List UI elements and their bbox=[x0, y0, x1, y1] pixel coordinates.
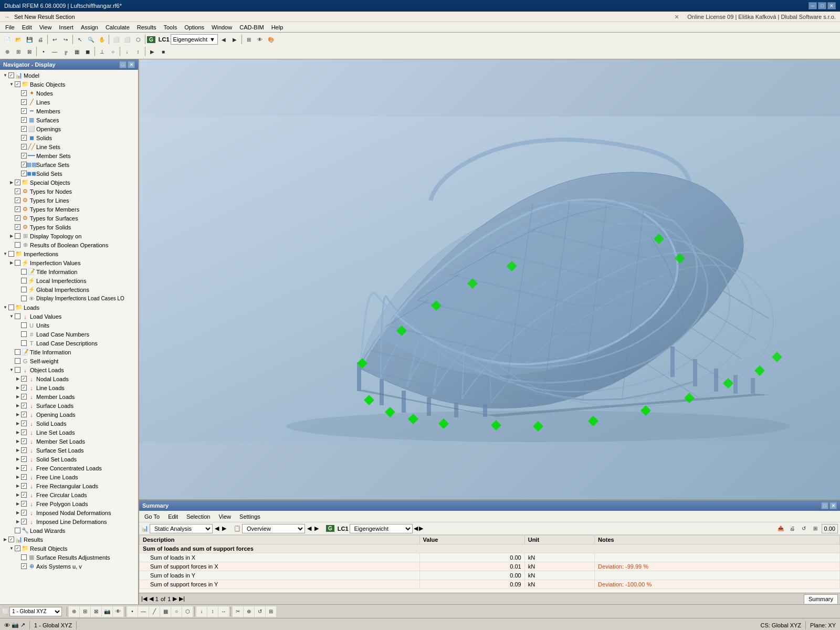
cb-title-info-imp[interactable] bbox=[21, 269, 27, 275]
tree-item-surface-loads[interactable]: ▶ ↓ Surface Loads bbox=[0, 401, 138, 410]
display-toggle-btn[interactable]: 👁 bbox=[113, 606, 123, 617]
tree-item-imperfection-values[interactable]: ▶ ⚡ Imperfection Values bbox=[0, 258, 138, 267]
cb-line-loads[interactable] bbox=[21, 385, 27, 391]
cb-nodes[interactable] bbox=[21, 90, 27, 96]
tree-item-types-members[interactable]: ▶ ⚙ Types for Members bbox=[0, 205, 138, 214]
draw-btn-6[interactable]: ⬡ bbox=[182, 606, 193, 617]
summary-settings-btn[interactable]: Settings bbox=[237, 512, 262, 521]
tree-item-loads[interactable]: ▼ 📁 Loads bbox=[0, 303, 138, 312]
tree-item-opening-loads[interactable]: ▶ ↓ Opening Loads bbox=[0, 410, 138, 419]
summary-refresh-btn[interactable]: ↺ bbox=[799, 523, 809, 534]
cb-member-sets[interactable] bbox=[21, 153, 27, 159]
tree-item-types-nodes[interactable]: ▶ ⚙ Types for Nodes bbox=[0, 187, 138, 196]
tree-item-solid-sets[interactable]: ▶ ◼◼ Solid Sets bbox=[0, 169, 138, 178]
cb-free-polygon[interactable] bbox=[21, 501, 27, 507]
tree-item-line-loads[interactable]: ▶ ↓ Line Loads bbox=[0, 383, 138, 392]
cb-types-nodes[interactable] bbox=[15, 188, 20, 194]
tree-item-nodal-loads[interactable]: ▶ ↓ Nodal Loads bbox=[0, 374, 138, 383]
cb-surface-results-adj[interactable] bbox=[21, 554, 27, 560]
menu-tools[interactable]: Tools bbox=[160, 23, 180, 32]
cb-surface-set-loads[interactable] bbox=[21, 447, 27, 453]
toggle-imperfections[interactable]: ▼ bbox=[2, 251, 8, 257]
cb-local-imperfections[interactable] bbox=[21, 278, 27, 284]
toggle-object-loads[interactable]: ▼ bbox=[8, 367, 15, 373]
cb-lc-descriptions[interactable] bbox=[21, 340, 27, 346]
tree-item-member-set-loads[interactable]: ▶ ↓ Member Set Loads bbox=[0, 437, 138, 446]
tool-btn-2[interactable]: ⊕ bbox=[244, 606, 254, 617]
analysis-type-dropdown[interactable]: Static Analysis bbox=[150, 524, 213, 533]
tree-item-imposed-line[interactable]: ▶ ↓ Imposed Line Deformations bbox=[0, 517, 138, 526]
cam-btn[interactable]: 📷 bbox=[102, 606, 112, 617]
draw-btn-2[interactable]: — bbox=[138, 606, 149, 617]
cb-imposed-line[interactable] bbox=[21, 519, 27, 524]
cb-load-values[interactable] bbox=[15, 313, 20, 319]
lc-summary-dropdown[interactable]: Eigengewicht bbox=[350, 524, 413, 533]
cb-object-loads[interactable] bbox=[15, 367, 20, 373]
summary-tab[interactable]: Summary bbox=[804, 594, 838, 604]
tree-item-line-sets[interactable]: ▶ ╱╱ Line Sets bbox=[0, 142, 138, 151]
tree-item-load-wizards[interactable]: ▶ 🔧 Load Wizards bbox=[0, 526, 138, 535]
view-selector[interactable]: ⬜ 1 - Global XYZ bbox=[2, 607, 65, 616]
result-view-dropdown[interactable]: Overview bbox=[242, 524, 305, 533]
close-btn[interactable]: ✕ bbox=[827, 2, 836, 9]
menu-file[interactable]: File bbox=[2, 23, 18, 32]
navigator-header-buttons[interactable]: □ ✕ bbox=[119, 61, 135, 68]
cb-results[interactable] bbox=[8, 537, 14, 542]
load-combo-btn[interactable]: ↕ bbox=[133, 46, 143, 57]
tree-item-member-sets[interactable]: ▶ ━━ Member Sets bbox=[0, 151, 138, 160]
cb-types-lines[interactable] bbox=[15, 197, 20, 203]
calc-btn[interactable]: ▶ bbox=[147, 46, 158, 57]
cb-self-weight[interactable] bbox=[15, 358, 20, 364]
cb-surface-loads[interactable] bbox=[21, 403, 27, 408]
nav-detach-btn[interactable]: □ bbox=[119, 61, 127, 68]
tree-item-results-boolean[interactable]: ▶ ⊕ Results of Boolean Operations bbox=[0, 240, 138, 249]
zoom-btn[interactable]: 🔍 bbox=[86, 34, 96, 45]
prev-lc-btn[interactable]: ◀ bbox=[218, 34, 229, 45]
grid-btn[interactable]: ⊞ bbox=[13, 46, 24, 57]
analysis-next-btn[interactable]: ▶ bbox=[221, 525, 227, 532]
tree-item-types-solids[interactable]: ▶ ⚙ Types for Solids bbox=[0, 223, 138, 232]
menu-calculate[interactable]: Calculate bbox=[102, 23, 133, 32]
tree-item-axis-systems[interactable]: ▶ ⊕ Axis Systems u, v bbox=[0, 562, 138, 571]
cb-axis-systems[interactable] bbox=[21, 563, 27, 569]
tree-item-members[interactable]: ▶ ━ Members bbox=[0, 107, 138, 116]
cb-types-surfaces[interactable] bbox=[15, 215, 20, 221]
cb-surfaces[interactable] bbox=[21, 117, 27, 123]
cb-solid-set-loads[interactable] bbox=[21, 456, 27, 462]
tree-item-types-surfaces[interactable]: ▶ ⚙ Types for Surfaces bbox=[0, 214, 138, 223]
load-btn-1[interactable]: ↓ bbox=[196, 606, 207, 617]
cb-free-line-loads[interactable] bbox=[21, 474, 27, 480]
cb-openings[interactable] bbox=[21, 126, 27, 132]
tool-btn-4[interactable]: ⊞ bbox=[266, 606, 276, 617]
cb-member-set-loads[interactable] bbox=[21, 438, 27, 444]
tree-item-title-info-loads[interactable]: ▶ 📝 Title Information bbox=[0, 348, 138, 356]
analysis-type-control[interactable]: 📊 Static Analysis ◀ ▶ bbox=[141, 524, 227, 533]
lc-summary-control[interactable]: G LC1 Eigengewicht ◀ ▶ bbox=[326, 524, 423, 533]
minimize-btn[interactable]: ─ bbox=[808, 2, 817, 9]
cb-load-wizards[interactable] bbox=[15, 528, 20, 533]
toggle-nodal-loads[interactable]: ▶ bbox=[15, 376, 21, 382]
cb-free-concentrated[interactable] bbox=[21, 465, 27, 471]
result-prev-btn[interactable]: ◀ bbox=[306, 525, 312, 532]
summary-close-btn[interactable]: ✕ bbox=[830, 502, 837, 509]
load-btn-2[interactable]: ↕ bbox=[207, 606, 218, 617]
draw-btn-1[interactable]: • bbox=[127, 606, 138, 617]
cb-solid-sets[interactable] bbox=[21, 171, 27, 176]
draw-btn-4[interactable]: ▦ bbox=[160, 606, 171, 617]
tree-item-surface-set-loads[interactable]: ▶ ↓ Surface Set Loads bbox=[0, 446, 138, 455]
toggle-basic-objects[interactable]: ▼ bbox=[8, 81, 15, 88]
tree-item-surface-results-adj[interactable]: ▶ ▦ Surface Results Adjustments bbox=[0, 553, 138, 562]
tree-item-lc-descriptions[interactable]: ▶ T Load Case Descriptions bbox=[0, 339, 138, 348]
tree-item-free-concentrated[interactable]: ▶ ↓ Free Concentrated Loads bbox=[0, 464, 138, 472]
new-btn[interactable]: 📄 bbox=[2, 34, 13, 45]
display-btn[interactable]: 👁 bbox=[255, 34, 265, 45]
summary-view-btn[interactable]: View bbox=[216, 512, 233, 521]
tree-item-global-imperfections[interactable]: ▶ ⚡ Global Imperfections bbox=[0, 285, 138, 294]
summary-goto-btn[interactable]: Go To bbox=[142, 512, 162, 521]
pagination-controls[interactable]: |◀ ◀ 1 of 1 ▶ ▶| bbox=[141, 595, 185, 602]
snap-btn[interactable]: ⊕ bbox=[2, 46, 13, 57]
lc-selector[interactable]: G LC1 Eigengewicht ▼ bbox=[147, 34, 218, 45]
tree-item-load-values[interactable]: ▼ ↓ Load Values bbox=[0, 312, 138, 321]
load-btn-3[interactable]: ↔ bbox=[218, 606, 229, 617]
next-lc-btn[interactable]: ▶ bbox=[229, 34, 240, 45]
